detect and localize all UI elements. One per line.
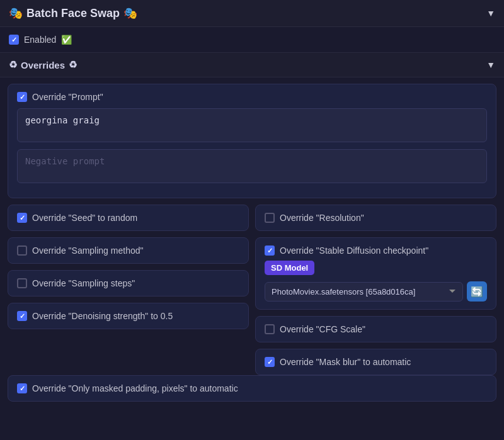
prompt-override-label: Override "Prompt" (32, 92, 103, 102)
title-emoji-left: 🎭 (9, 6, 23, 20)
app-title: 🎭 Batch Face Swap 🎭 (9, 6, 137, 20)
sampling-steps-card: Override "Sampling steps" (8, 270, 249, 296)
header-bar: 🎭 Batch Face Swap 🎭 ▼ (0, 0, 504, 27)
sampling-method-label: Override "Sampling method" (32, 245, 143, 256)
positive-prompt-input[interactable] (17, 108, 487, 142)
denoising-card: Override "Denoising strength" to 0.5 (8, 303, 249, 329)
sd-checkpoint-checkbox[interactable] (265, 245, 275, 256)
model-select[interactable]: PhotoMoviex.safetensors [65a8d016ca] (265, 282, 463, 302)
refresh-button[interactable]: 🔄 (467, 281, 487, 302)
enabled-emoji: ✅ (61, 35, 72, 45)
sampling-steps-checkbox[interactable] (17, 278, 27, 288)
seed-override-checkbox[interactable] (17, 213, 27, 223)
seed-override-card: Override "Seed" to random (8, 205, 249, 231)
overrides-title: ♻ Overrides ♻ (9, 59, 77, 71)
sampling-method-row: Override "Sampling method" (17, 245, 143, 256)
resolution-card: Override "Resolution" (255, 205, 496, 231)
sampling-steps-label: Override "Sampling steps" (32, 278, 135, 288)
overrides-header: ♻ Overrides ♻ ▼ (0, 52, 504, 77)
seed-override-row: Override "Seed" to random (17, 213, 137, 223)
denoising-checkbox[interactable] (17, 311, 27, 321)
sd-checkpoint-label: Override "Stable Diffusion checkpoint" (280, 245, 428, 256)
app-container: 🎭 Batch Face Swap 🎭 ▼ Enabled ✅ ♻ Overri… (0, 0, 504, 440)
resolution-label: Override "Resolution" (280, 213, 364, 223)
resolution-checkbox[interactable] (265, 213, 275, 223)
cfg-scale-label: Override "CFG Scale" (280, 324, 365, 334)
resolution-row: Override "Resolution" (265, 213, 364, 223)
overrides-icon-left: ♻ (9, 59, 17, 71)
mask-blur-card: Override "Mask blur" to automatic (255, 349, 496, 375)
overrides-collapse-arrow[interactable]: ▼ (486, 60, 495, 70)
masked-padding-checkbox[interactable] (17, 383, 27, 393)
mask-blur-checkbox[interactable] (265, 357, 275, 367)
right-column: Override "Resolution" Override "Stable D… (255, 205, 496, 375)
sd-checkpoint-card: Override "Stable Diffusion checkpoint" S… (255, 237, 496, 310)
cfg-scale-row: Override "CFG Scale" (265, 324, 365, 334)
prompt-override-checkbox[interactable] (17, 92, 27, 102)
refresh-icon: 🔄 (471, 286, 483, 298)
overrides-icon-right: ♻ (69, 59, 77, 71)
mask-blur-row: Override "Mask blur" to automatic (265, 357, 411, 367)
enabled-checkbox[interactable] (9, 35, 19, 45)
sd-checkpoint-row: Override "Stable Diffusion checkpoint" (265, 245, 428, 256)
mask-blur-label: Override "Mask blur" to automatic (280, 357, 411, 367)
negative-prompt-input[interactable] (17, 149, 487, 183)
denoising-row: Override "Denoising strength" to 0.5 (17, 311, 173, 321)
cfg-scale-card: Override "CFG Scale" (255, 316, 496, 342)
sampling-steps-row: Override "Sampling steps" (17, 278, 135, 288)
sd-model-button[interactable]: SD Model (265, 261, 314, 275)
masked-padding-card: Override "Only masked padding, pixels" t… (8, 375, 496, 402)
masked-padding-label: Override "Only masked padding, pixels" t… (32, 383, 238, 393)
sampling-method-card: Override "Sampling method" (8, 237, 249, 264)
title-emoji-right: 🎭 (123, 6, 137, 20)
title-text: Batch Face Swap (26, 7, 120, 20)
main-content: Override "Prompt" Override "Seed" to ran… (0, 77, 504, 414)
enabled-row: Enabled ✅ (0, 27, 504, 52)
prompt-card: Override "Prompt" (8, 84, 496, 198)
enabled-label: Enabled (24, 35, 56, 45)
left-column: Override "Seed" to random Override "Samp… (8, 205, 249, 375)
overrides-title-text: Overrides (21, 60, 65, 71)
seed-override-label: Override "Seed" to random (32, 213, 137, 223)
denoising-label: Override "Denoising strength" to 0.5 (32, 311, 173, 321)
prompt-override-row: Override "Prompt" (17, 92, 487, 102)
collapse-arrow[interactable]: ▼ (486, 8, 495, 18)
sampling-method-checkbox[interactable] (17, 245, 27, 256)
cfg-scale-checkbox[interactable] (265, 324, 275, 334)
model-dropdown-row: PhotoMoviex.safetensors [65a8d016ca] 🔄 (265, 281, 487, 302)
two-col-grid: Override "Seed" to random Override "Samp… (8, 205, 496, 375)
